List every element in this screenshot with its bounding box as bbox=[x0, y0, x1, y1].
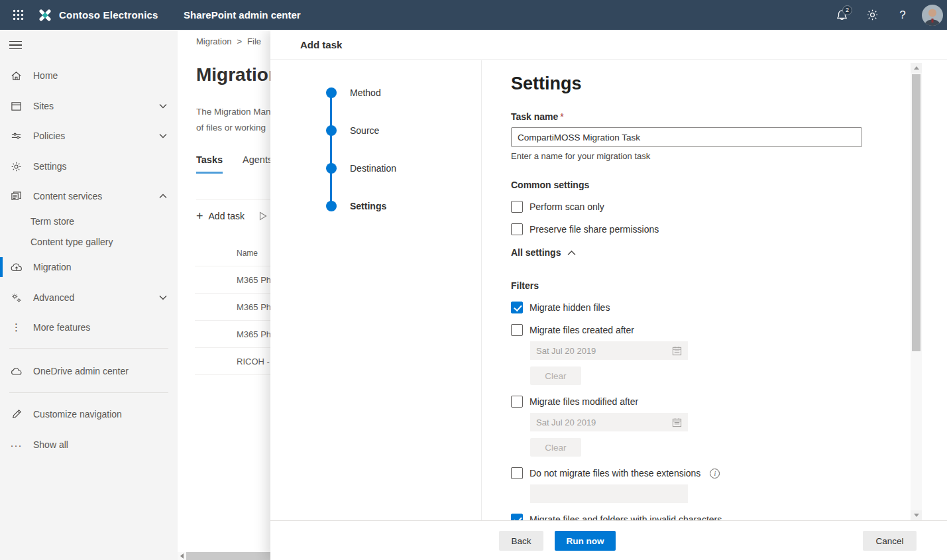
checkbox-unchecked[interactable] bbox=[511, 223, 523, 235]
checkbox-migrate-invalid-characters[interactable]: Migrate files and folders with invalid c… bbox=[511, 514, 907, 520]
scroll-left-arrow[interactable] bbox=[178, 552, 186, 560]
triangle-up-icon bbox=[914, 66, 919, 70]
notification-count-badge: 2 bbox=[842, 5, 852, 15]
created-after-date-picker[interactable]: Sat Jul 20 2019 bbox=[530, 341, 688, 360]
info-icon[interactable]: i bbox=[710, 469, 720, 478]
page-title: Migration bbox=[196, 64, 280, 85]
step-settings[interactable]: Settings bbox=[326, 201, 386, 211]
checkbox-migrate-files-modified-after[interactable]: Migrate files modified after bbox=[511, 396, 907, 408]
chevron-up-icon bbox=[159, 194, 167, 199]
sidebar-item-policies[interactable]: Policies bbox=[0, 125, 178, 146]
date-placeholder: Sat Jul 20 2019 bbox=[536, 418, 672, 427]
modified-after-date-picker[interactable]: Sat Jul 20 2019 bbox=[530, 413, 688, 431]
user-avatar[interactable] bbox=[922, 5, 943, 26]
sidebar-item-show-all[interactable]: ··· Show all bbox=[0, 434, 178, 455]
sidebar-item-content-type-gallery[interactable]: Content type gallery bbox=[0, 233, 178, 251]
step-method[interactable]: Method bbox=[326, 87, 381, 98]
nav-collapse-hamburger-icon[interactable] bbox=[9, 34, 30, 56]
horizontal-scrollbar-thumb[interactable] bbox=[186, 552, 270, 560]
description-line-1: The Migration Man bbox=[196, 104, 271, 120]
checkbox-unchecked[interactable] bbox=[511, 467, 523, 479]
sidebar-item-label: Migration bbox=[33, 262, 72, 272]
breadcrumb-file-link[interactable]: File bbox=[247, 36, 261, 46]
checkbox-label: Migrate files modified after bbox=[529, 396, 638, 407]
add-task-label: Add task bbox=[209, 211, 245, 221]
notifications-button[interactable]: 2 bbox=[830, 4, 853, 27]
run-now-button[interactable]: Run now bbox=[555, 531, 616, 551]
checkbox-do-not-migrate-extensions[interactable]: Do not migrate files with these extensio… bbox=[511, 467, 907, 479]
sidebar-item-label: Customize navigation bbox=[33, 409, 122, 420]
checkbox-migrate-hidden-files[interactable]: Migrate hidden files bbox=[511, 302, 907, 313]
checkbox-label: Migrate files and folders with invalid c… bbox=[529, 514, 722, 520]
all-settings-toggle[interactable]: All settings bbox=[511, 247, 907, 258]
sidebar-item-home[interactable]: Home bbox=[0, 65, 178, 86]
settings-gear-button[interactable] bbox=[861, 4, 883, 27]
triangle-down-icon bbox=[914, 514, 919, 517]
sidebar-item-onedrive-admin-center[interactable]: OneDrive admin center bbox=[0, 361, 178, 382]
checkbox-checked[interactable] bbox=[511, 514, 523, 520]
sidebar-item-label: Sites bbox=[33, 101, 54, 111]
checkbox-unchecked[interactable] bbox=[511, 324, 523, 336]
tab-tasks[interactable]: Tasks bbox=[196, 154, 223, 174]
avatar-photo bbox=[922, 5, 943, 26]
panel-title: Add task bbox=[300, 39, 342, 50]
task-name-input[interactable] bbox=[511, 127, 862, 147]
help-button[interactable]: ? bbox=[891, 4, 914, 27]
step-label: Settings bbox=[350, 201, 386, 211]
vertical-ellipsis-icon: ⋮ bbox=[9, 321, 23, 333]
calendar-icon bbox=[672, 346, 682, 356]
back-button[interactable]: Back bbox=[499, 531, 543, 551]
sidebar-divider bbox=[9, 348, 168, 349]
sidebar-divider bbox=[9, 392, 168, 393]
sidebar-item-label: Content services bbox=[33, 191, 102, 201]
sidebar-item-customize-navigation[interactable]: Customize navigation bbox=[0, 404, 178, 425]
checkbox-preserve-file-share-permissions[interactable]: Preserve file share permissions bbox=[511, 223, 907, 235]
gear-icon bbox=[866, 9, 879, 21]
contoso-logo-icon bbox=[38, 8, 52, 23]
checkbox-unchecked[interactable] bbox=[511, 396, 523, 408]
settings-heading: Settings bbox=[511, 74, 907, 94]
panel-header: Add task bbox=[270, 30, 947, 60]
sidebar-item-migration[interactable]: Migration bbox=[0, 256, 178, 278]
chevron-down-icon bbox=[159, 295, 167, 300]
triangle-left-icon bbox=[180, 553, 184, 559]
checkbox-unchecked[interactable] bbox=[511, 201, 523, 213]
checkbox-label: Do not migrate files with these extensio… bbox=[529, 468, 700, 478]
breadcrumb-migration-link[interactable]: Migration bbox=[196, 36, 231, 46]
chevron-down-icon bbox=[159, 103, 167, 109]
pencil-icon bbox=[9, 409, 23, 420]
modified-after-clear-button[interactable]: Clear bbox=[530, 438, 581, 457]
cancel-button[interactable]: Cancel bbox=[863, 531, 917, 551]
extensions-input[interactable] bbox=[530, 484, 688, 503]
vertical-scrollbar-thumb[interactable] bbox=[912, 74, 920, 351]
pivot-tabs: Tasks Agents bbox=[196, 154, 272, 174]
step-source[interactable]: Source bbox=[326, 125, 379, 136]
scroll-up-arrow[interactable] bbox=[911, 63, 922, 73]
breadcrumb: Migration > File bbox=[196, 36, 261, 46]
checkbox-checked[interactable] bbox=[511, 302, 523, 313]
step-destination[interactable]: Destination bbox=[326, 163, 396, 174]
sidebar-item-settings[interactable]: Settings bbox=[0, 156, 178, 177]
sidebar-item-term-store[interactable]: Term store bbox=[0, 212, 178, 231]
step-dot bbox=[326, 163, 337, 174]
policies-sliders-icon bbox=[9, 131, 23, 142]
sidebar-item-sites[interactable]: Sites bbox=[0, 95, 178, 117]
checkbox-migrate-files-created-after[interactable]: Migrate files created after bbox=[511, 324, 907, 336]
step-label: Destination bbox=[350, 163, 396, 174]
sidebar-item-advanced[interactable]: Advanced bbox=[0, 287, 178, 308]
sidebar-item-label: Show all bbox=[33, 439, 68, 450]
panel-vertical-scrollbar bbox=[911, 63, 922, 520]
migration-cloud-icon bbox=[9, 262, 23, 272]
run-task-icon[interactable] bbox=[259, 211, 267, 221]
scroll-down-arrow[interactable] bbox=[911, 510, 922, 520]
tab-agents[interactable]: Agents bbox=[243, 154, 272, 174]
add-task-button[interactable]: + Add task bbox=[196, 204, 267, 228]
checkbox-perform-scan-only[interactable]: Perform scan only bbox=[511, 201, 907, 213]
all-settings-label: All settings bbox=[511, 247, 561, 258]
brand-home-link[interactable]: Contoso Electronics bbox=[38, 0, 158, 30]
created-after-clear-button[interactable]: Clear bbox=[530, 366, 581, 385]
ellipsis-icon: ··· bbox=[9, 439, 23, 451]
sidebar-item-more-features[interactable]: ⋮ More features bbox=[0, 317, 178, 338]
sidebar-item-content-services[interactable]: Content services bbox=[0, 186, 178, 207]
app-launcher-waffle-icon[interactable] bbox=[7, 4, 29, 26]
